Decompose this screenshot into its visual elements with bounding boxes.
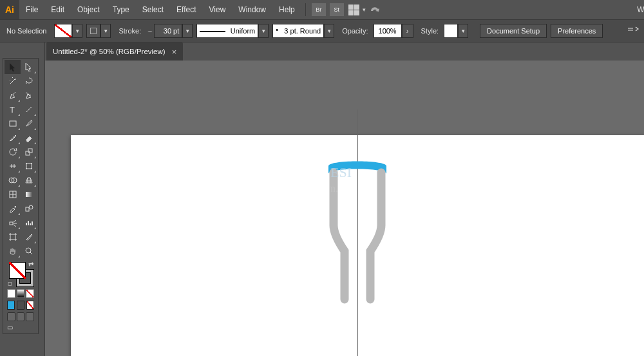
stroke-swatch[interactable] bbox=[86, 24, 100, 38]
profile-dropdown[interactable]: ▾ bbox=[258, 24, 269, 38]
artwork-crutch[interactable] bbox=[309, 155, 406, 309]
stroke-link-icon[interactable]: ⌢ bbox=[146, 24, 154, 38]
default-fill-stroke-icon[interactable]: ◻ bbox=[8, 281, 12, 286]
stroke-weight-dropdown[interactable]: ▾ bbox=[182, 24, 193, 38]
draw-behind[interactable] bbox=[17, 312, 25, 321]
menu-type[interactable]: Type bbox=[106, 0, 136, 19]
tab-close-icon[interactable]: × bbox=[172, 47, 177, 57]
menu-window[interactable]: Window bbox=[232, 0, 272, 19]
style-dropdown[interactable]: ▾ bbox=[458, 24, 468, 38]
opacity-label: Opacity: bbox=[342, 27, 368, 35]
fill-swatch[interactable] bbox=[54, 24, 72, 38]
swatch-1[interactable] bbox=[7, 301, 15, 310]
mesh-tool[interactable] bbox=[5, 187, 21, 201]
document-setup-button[interactable]: Document Setup bbox=[480, 24, 547, 38]
slice-tool[interactable] bbox=[21, 230, 37, 244]
workspace-switcher[interactable]: ▾ bbox=[348, 5, 366, 15]
menu-file[interactable]: File bbox=[19, 0, 44, 19]
eyedropper-tool[interactable] bbox=[5, 201, 21, 216]
free-transform-tool[interactable] bbox=[21, 159, 37, 173]
shape-builder-tool[interactable] bbox=[5, 173, 21, 187]
bridge-icon[interactable]: Br bbox=[312, 3, 326, 16]
svg-point-17 bbox=[26, 248, 31, 253]
stroke-dropdown[interactable]: ▾ bbox=[100, 24, 111, 38]
opacity-field[interactable]: 100% bbox=[374, 24, 402, 38]
paintbrush-tool[interactable] bbox=[21, 117, 37, 131]
blend-tool[interactable] bbox=[21, 201, 37, 216]
graphic-style-swatch[interactable] bbox=[444, 24, 458, 38]
menu-object[interactable]: Object bbox=[71, 0, 106, 19]
tools-panel: T bbox=[3, 58, 39, 334]
stroke-weight-field[interactable]: 30 pt bbox=[154, 24, 182, 38]
recent-swatches bbox=[5, 299, 37, 311]
sync-settings-icon[interactable] bbox=[368, 5, 381, 15]
watermark-text-1: ESI bbox=[330, 164, 352, 181]
lasso-tool[interactable] bbox=[21, 74, 37, 88]
watermark-text-2: n. bbox=[330, 183, 338, 194]
workspace[interactable]: ESI n. bbox=[45, 61, 644, 356]
arrange-docs-icon bbox=[348, 5, 359, 15]
selection-status: No Selection bbox=[6, 27, 46, 35]
color-mode-color[interactable] bbox=[7, 289, 15, 298]
eraser-tool[interactable] bbox=[21, 131, 37, 145]
svg-rect-13 bbox=[26, 207, 29, 211]
fill-box[interactable] bbox=[9, 262, 26, 279]
fill-dropdown[interactable]: ▾ bbox=[72, 24, 82, 38]
swatch-none[interactable] bbox=[26, 301, 34, 310]
opacity-flyout[interactable]: › bbox=[402, 24, 413, 38]
fill-stroke-indicator[interactable]: ⇄ ◻ bbox=[8, 261, 33, 286]
curvature-tool[interactable] bbox=[21, 88, 37, 102]
draw-normal[interactable] bbox=[7, 312, 15, 321]
brush-definition[interactable]: 3 pt. Round bbox=[272, 24, 324, 38]
document-tab[interactable]: Untitled-2* @ 50% (RGB/Preview) × bbox=[46, 42, 183, 61]
column-graph-tool[interactable] bbox=[21, 216, 37, 230]
perspective-grid-tool[interactable] bbox=[21, 173, 37, 187]
brush-dropdown[interactable]: ▾ bbox=[324, 24, 334, 38]
svg-rect-12 bbox=[26, 192, 32, 197]
gradient-tool[interactable] bbox=[21, 187, 37, 201]
svg-rect-3 bbox=[28, 149, 32, 153]
menu-help[interactable]: Help bbox=[272, 0, 301, 19]
svg-text:T: T bbox=[10, 105, 15, 114]
magic-wand-tool[interactable] bbox=[5, 74, 21, 88]
menu-select[interactable]: Select bbox=[136, 0, 170, 19]
app-logo: Ai bbox=[0, 0, 19, 19]
menu-edit[interactable]: Edit bbox=[44, 0, 71, 19]
scale-tool[interactable] bbox=[21, 145, 37, 159]
drawing-mode-row bbox=[5, 311, 37, 323]
shaper-tool[interactable] bbox=[5, 131, 21, 145]
color-mode-none[interactable] bbox=[26, 289, 34, 298]
swap-fill-stroke-icon[interactable]: ⇄ bbox=[28, 261, 33, 268]
artboard-tool[interactable] bbox=[5, 230, 21, 244]
preferences-button[interactable]: Preferences bbox=[551, 24, 603, 38]
chevron-down-icon: ▾ bbox=[363, 6, 366, 13]
pen-tool[interactable] bbox=[5, 88, 21, 102]
rotate-tool[interactable] bbox=[5, 145, 21, 159]
draw-inside[interactable] bbox=[26, 312, 34, 321]
svg-point-7 bbox=[26, 168, 27, 169]
menu-effect[interactable]: Effect bbox=[170, 0, 202, 19]
rectangle-tool[interactable] bbox=[5, 117, 21, 131]
svg-point-6 bbox=[31, 163, 32, 164]
control-panel-menu-icon[interactable] bbox=[627, 24, 639, 35]
menu-view[interactable]: View bbox=[203, 0, 232, 19]
variable-width-profile[interactable]: Uniform bbox=[196, 24, 258, 38]
stock-icon[interactable]: St bbox=[330, 3, 344, 16]
svg-rect-1 bbox=[10, 121, 16, 126]
screen-mode-icon: ▭ bbox=[7, 324, 13, 331]
zoom-tool[interactable] bbox=[21, 244, 37, 258]
width-tool[interactable] bbox=[5, 159, 21, 173]
swatch-2[interactable] bbox=[17, 301, 24, 310]
document-tab-bar: Untitled-2* @ 50% (RGB/Preview) × bbox=[0, 42, 644, 61]
type-tool[interactable]: T bbox=[5, 102, 21, 117]
screen-mode-row[interactable]: ▭ bbox=[5, 323, 37, 332]
selection-tool[interactable] bbox=[5, 60, 21, 74]
direct-selection-tool[interactable] bbox=[21, 60, 37, 74]
line-segment-tool[interactable] bbox=[21, 102, 37, 117]
color-mode-gradient[interactable] bbox=[17, 289, 25, 298]
svg-rect-16 bbox=[10, 234, 15, 239]
hand-tool[interactable] bbox=[5, 244, 21, 258]
svg-point-8 bbox=[31, 168, 32, 169]
menu-divider bbox=[305, 3, 306, 16]
symbol-sprayer-tool[interactable] bbox=[5, 216, 21, 230]
